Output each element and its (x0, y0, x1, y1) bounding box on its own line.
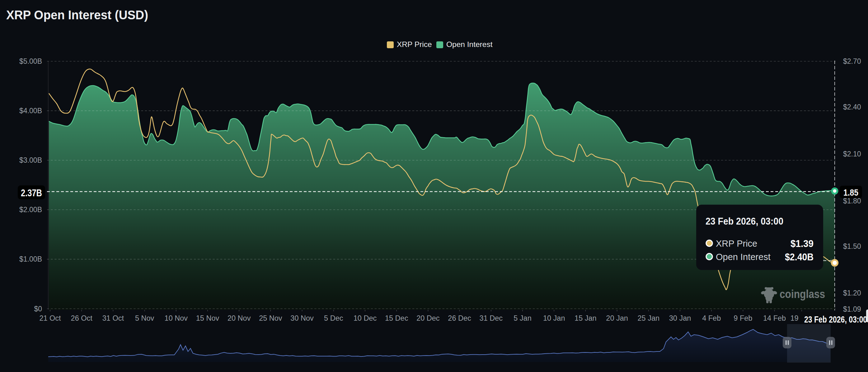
svg-text:$2.10: $2.10 (843, 150, 861, 158)
svg-text:5 Nov: 5 Nov (135, 314, 154, 322)
svg-text:$1.39: $1.39 (790, 238, 813, 249)
svg-text:$2.40B: $2.40B (785, 251, 813, 263)
svg-text:23 Feb 2026, 03:00: 23 Feb 2026, 03:00 (706, 216, 783, 227)
svg-text:21 Oct: 21 Oct (39, 314, 61, 322)
svg-text:10 Dec: 10 Dec (353, 314, 377, 322)
svg-text:$2.00B: $2.00B (19, 206, 42, 214)
svg-text:XRP Price: XRP Price (716, 239, 757, 248)
svg-text:15 Dec: 15 Dec (385, 314, 408, 322)
svg-text:10 Jan: 10 Jan (543, 314, 565, 322)
svg-text:26 Oct: 26 Oct (71, 314, 93, 322)
svg-text:XRP Price: XRP Price (397, 40, 432, 48)
svg-text:5 Jan: 5 Jan (514, 314, 532, 322)
svg-text:20 Dec: 20 Dec (416, 314, 440, 322)
svg-text:Open Interest: Open Interest (446, 40, 493, 48)
svg-text:23 Feb 2026, 03:00: 23 Feb 2026, 03:00 (804, 314, 867, 325)
svg-text:25 Jan: 25 Jan (638, 314, 660, 322)
svg-text:25 Nov: 25 Nov (259, 314, 282, 322)
svg-text:$4.00B: $4.00B (19, 107, 42, 115)
svg-text:$1.00B: $1.00B (19, 255, 42, 263)
svg-text:4 Feb: 4 Feb (702, 314, 721, 322)
svg-text:XRP Open Interest (USD): XRP Open Interest (USD) (6, 8, 148, 22)
svg-text:$3.00B: $3.00B (19, 156, 42, 164)
svg-text:$1.50: $1.50 (843, 242, 861, 250)
svg-text:14 Feb: 14 Feb (763, 314, 786, 322)
svg-text:coinglass: coinglass (780, 288, 825, 300)
svg-text:$0: $0 (34, 305, 42, 313)
svg-text:31 Oct: 31 Oct (102, 314, 124, 322)
svg-text:$1.20: $1.20 (843, 289, 861, 297)
svg-text:26 Dec: 26 Dec (448, 314, 471, 322)
svg-text:5 Dec: 5 Dec (324, 314, 343, 322)
svg-text:20 Nov: 20 Nov (227, 314, 251, 322)
svg-text:$2.40: $2.40 (843, 103, 861, 111)
svg-text:9 Feb: 9 Feb (734, 314, 752, 322)
svg-text:30 Nov: 30 Nov (290, 314, 314, 322)
svg-text:2.37B: 2.37B (21, 188, 42, 198)
svg-text:$2.70: $2.70 (843, 57, 861, 65)
svg-text:15 Jan: 15 Jan (575, 314, 597, 322)
svg-text:10 Nov: 10 Nov (165, 314, 188, 322)
svg-text:15 Nov: 15 Nov (196, 314, 219, 322)
svg-text:Open Interest: Open Interest (716, 252, 771, 262)
svg-text:20 Jan: 20 Jan (606, 314, 628, 322)
svg-text:$5.00B: $5.00B (19, 57, 42, 65)
svg-text:31 Dec: 31 Dec (479, 314, 503, 322)
svg-text:1.85: 1.85 (843, 187, 858, 198)
svg-text:30 Jan: 30 Jan (669, 314, 691, 322)
